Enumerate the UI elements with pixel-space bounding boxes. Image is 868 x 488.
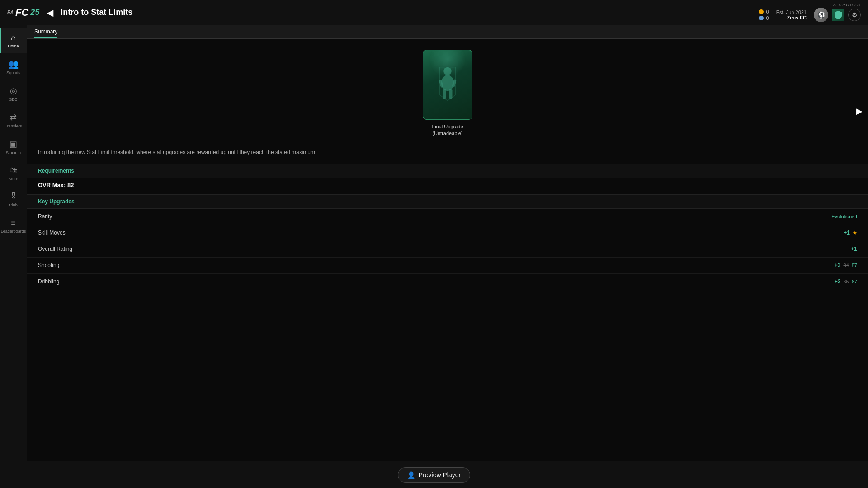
fc-logo-text: FC xyxy=(15,7,28,19)
intro-text: Introducing the new Stat Limit threshold… xyxy=(27,145,868,164)
team-shield-icon xyxy=(832,9,844,21)
sidebar-label-leaderboards: Leaderboards xyxy=(1,229,26,234)
sidebar-item-store[interactable]: 🛍 Store xyxy=(0,161,27,186)
dribbling-label: Dribbling xyxy=(38,278,59,285)
ovr-max-value: 82 xyxy=(67,182,74,188)
back-arrow-icon: ◀ xyxy=(47,7,53,18)
sidebar-label-home: Home xyxy=(8,44,19,48)
card-label: Final Upgrade (Untradeable) xyxy=(423,123,472,137)
key-upgrades-header: Key Upgrades xyxy=(27,194,868,209)
sidebar-label-stadium: Stadium xyxy=(6,150,21,155)
card-label-line1: Final Upgrade xyxy=(423,123,472,130)
player-card[interactable] xyxy=(423,50,472,120)
star-icon: ★ xyxy=(853,230,857,236)
requirements-header: Requirements xyxy=(27,164,868,178)
stadium-icon: ▣ xyxy=(9,139,17,149)
sidebar-item-transfers[interactable]: ⇄ Transfers xyxy=(0,108,27,133)
overall-rating-value: +1 xyxy=(851,246,857,252)
settings-button[interactable]: ⚙ xyxy=(848,9,861,21)
coin-icon xyxy=(759,9,764,14)
right-arrow-button[interactable]: ▶ xyxy=(856,106,863,116)
points-icon xyxy=(759,16,764,20)
page-title: Intro to Stat Limits xyxy=(61,8,132,17)
main-content: Summary xyxy=(27,25,868,488)
bottom-bar: 👤 Preview Player xyxy=(0,461,868,488)
points-row: 0 xyxy=(759,15,769,21)
svg-point-0 xyxy=(443,67,452,75)
points-value: 0 xyxy=(766,15,769,21)
top-bar-right: 0 0 Est. Jun 2021 Zeus FC ⚽ ⚙ xyxy=(759,8,861,22)
coins-value: 0 xyxy=(766,9,769,14)
sidebar-label-sbc: SBC xyxy=(9,97,18,102)
rarity-label: Rarity xyxy=(38,213,52,220)
club-icon: 🎖 xyxy=(9,192,18,202)
overall-rating-label: Overall Rating xyxy=(38,246,72,252)
sidebar-item-club[interactable]: 🎖 Club xyxy=(0,188,27,212)
card-label-line2: (Untradeable) xyxy=(423,130,472,137)
year-logo-text: 25 xyxy=(30,8,39,17)
shooting-change: +3 xyxy=(835,262,841,268)
est-date: Est. Jun 2021 xyxy=(776,9,807,15)
skill-moves-change: +1 xyxy=(844,230,850,236)
skill-moves-value: +1 ★ xyxy=(844,230,857,236)
user-stats: 0 0 xyxy=(759,9,769,21)
overall-rating-change: +1 xyxy=(851,246,857,252)
sidebar-label-club: Club xyxy=(9,203,18,207)
preview-player-button[interactable]: 👤 Preview Player xyxy=(398,467,470,483)
shooting-label: Shooting xyxy=(38,262,59,268)
dribbling-new: 67 xyxy=(852,279,857,284)
store-icon: 🛍 xyxy=(9,166,18,175)
player-card-section: Final Upgrade (Untradeable) xyxy=(27,39,868,145)
rarity-row: Rarity Evolutions I xyxy=(27,209,868,225)
preview-player-icon: 👤 xyxy=(407,471,415,479)
preview-player-label: Preview Player xyxy=(419,471,461,479)
dribbling-change: +2 xyxy=(835,278,841,285)
real-madrid-badge: ⚽ xyxy=(814,8,828,22)
top-bar: EA FC 25 ◀ Intro to Stat Limits EA SPORT… xyxy=(0,0,868,25)
shooting-row: Shooting +3 84 87 xyxy=(27,258,868,274)
rarity-value: Evolutions I xyxy=(831,214,857,219)
sidebar-item-squads[interactable]: 👥 Squads xyxy=(0,55,27,80)
skill-moves-label: Skill Moves xyxy=(38,230,66,236)
transfers-icon: ⇄ xyxy=(10,113,17,122)
top-bar-left: EA FC 25 ◀ Intro to Stat Limits xyxy=(7,7,132,19)
sidebar-item-home[interactable]: ⌂ Home xyxy=(0,28,27,53)
ea-logo-text: EA xyxy=(7,10,14,15)
overall-rating-row: Overall Rating +1 xyxy=(27,241,868,258)
content-area: Final Upgrade (Untradeable) ▶ Introducin… xyxy=(27,39,868,488)
svg-point-1 xyxy=(441,75,454,91)
skill-moves-row: Skill Moves +1 ★ xyxy=(27,225,868,241)
fc25-logo: EA FC 25 xyxy=(7,7,39,19)
squads-icon: 👥 xyxy=(9,59,19,69)
dribbling-row: Dribbling +2 65 67 xyxy=(27,274,868,290)
shooting-value: +3 84 87 xyxy=(835,262,857,268)
sbc-icon: ◎ xyxy=(10,86,17,96)
est-info: Est. Jun 2021 Zeus FC xyxy=(776,9,807,20)
sidebar: ⌂ Home 👥 Squads ◎ SBC ⇄ Transfers ▣ Stad… xyxy=(0,25,27,488)
username: Zeus FC xyxy=(776,15,807,20)
summary-tab: Summary xyxy=(27,25,868,39)
main-layout: ⌂ Home 👥 Squads ◎ SBC ⇄ Transfers ▣ Stad… xyxy=(0,25,868,488)
coins-row: 0 xyxy=(759,9,769,14)
sidebar-label-transfers: Transfers xyxy=(5,124,22,128)
ovr-max-label: OVR Max: xyxy=(38,182,66,188)
sidebar-label-store: Store xyxy=(9,177,19,181)
ovr-max-row: OVR Max: 82 xyxy=(27,178,868,194)
sidebar-item-sbc[interactable]: ◎ SBC xyxy=(0,81,27,106)
shooting-old: 84 xyxy=(844,263,849,268)
home-icon: ⌂ xyxy=(11,33,16,42)
avatar-icons: ⚽ ⚙ xyxy=(814,8,861,22)
sidebar-label-squads: Squads xyxy=(6,70,20,75)
sidebar-item-leaderboards[interactable]: ≡ Leaderboards xyxy=(0,214,27,238)
card-silhouette xyxy=(432,65,463,105)
ea-sports-label: EA SPORTS xyxy=(830,3,861,7)
summary-tab-label[interactable]: Summary xyxy=(34,28,57,38)
leaderboards-icon: ≡ xyxy=(11,218,16,228)
dribbling-value: +2 65 67 xyxy=(835,278,857,285)
sidebar-item-stadium[interactable]: ▣ Stadium xyxy=(0,135,27,160)
back-button[interactable]: ◀ xyxy=(47,7,53,18)
dribbling-old: 65 xyxy=(844,279,849,284)
shooting-new: 87 xyxy=(852,263,857,268)
